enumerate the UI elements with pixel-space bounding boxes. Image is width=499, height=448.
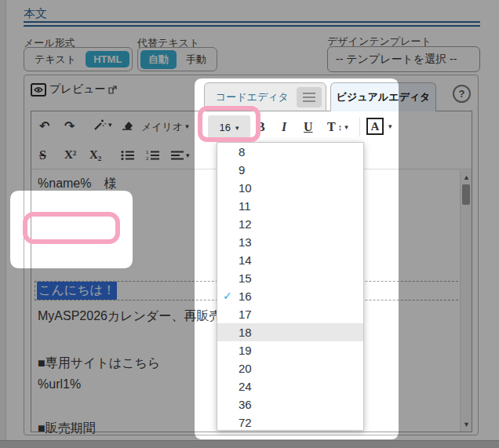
mail-format-text-option[interactable]: テキスト — [27, 50, 84, 69]
selected-text: こんにちは！ — [37, 282, 117, 300]
align-icon[interactable]: ▾ — [171, 150, 190, 161]
editor-scrollbar[interactable]: ▲ ▼ — [460, 170, 472, 432]
scroll-down-icon[interactable]: ▼ — [461, 421, 472, 428]
toolbar-separator — [359, 118, 360, 137]
editor-line-url: %url1% — [38, 377, 81, 392]
alt-text-toggle: 自動 手動 — [137, 47, 217, 71]
undo-icon[interactable]: ↶ — [39, 120, 49, 133]
editor-line-name: %name% 様 — [38, 176, 116, 192]
editor-line-period: ■販売期間 — [38, 421, 96, 437]
font-size-option[interactable]: ✓16 — [217, 287, 363, 305]
svg-text:2: 2 — [146, 156, 149, 161]
scroll-up-icon[interactable]: ▲ — [461, 173, 472, 181]
editor-line-site: ■専用サイトはこちら — [38, 355, 160, 372]
line-height-button[interactable]: T↕▾ — [327, 121, 348, 133]
section-divider — [24, 21, 480, 27]
horizontal-scrollbar[interactable] — [0, 440, 499, 448]
bullet-list-icon[interactable] — [121, 150, 134, 161]
page-left-margin — [0, 0, 6, 448]
subscript-button[interactable]: X₂ — [89, 149, 101, 161]
font-family-select[interactable]: メイリオ▾ — [141, 122, 189, 132]
font-color-button[interactable]: A▾ — [366, 118, 392, 135]
alt-text-auto-option[interactable]: 自動 — [140, 50, 177, 69]
font-size-option[interactable]: 12 — [217, 215, 363, 233]
font-size-option[interactable]: 19 — [217, 341, 363, 359]
mail-format-html-option[interactable]: HTML — [86, 51, 129, 67]
font-size-option[interactable]: 9 — [217, 161, 363, 179]
preview-eye-icon — [31, 83, 46, 97]
font-size-option[interactable]: 8 — [217, 143, 363, 161]
hamburger-menu-icon[interactable] — [297, 87, 322, 107]
redo-icon[interactable]: ↷ — [64, 120, 75, 133]
font-size-option[interactable]: 72 — [217, 413, 363, 432]
body-section-title: 本文 — [24, 6, 47, 21]
mail-format-toggle: テキスト HTML — [24, 47, 133, 71]
editor-line-myasp: MyASP2026カレンダー、再販売の — [38, 308, 228, 325]
underline-button[interactable]: U — [304, 121, 313, 133]
magic-wand-icon[interactable]: ▾ — [93, 118, 112, 132]
font-size-option[interactable]: 24 — [217, 377, 363, 395]
tab-visual-editor[interactable]: ビジュアルエディタ — [330, 82, 436, 111]
font-size-option[interactable]: 14 — [217, 251, 363, 269]
font-size-option[interactable]: 11 — [217, 197, 363, 215]
numbered-list-icon[interactable]: 12 — [146, 150, 159, 161]
font-size-option[interactable]: 13 — [217, 233, 363, 251]
preview-label: プレビュー — [49, 82, 105, 97]
tab-visual-editor-label: ビジュアルエディタ — [337, 90, 431, 104]
alt-text-manual-option[interactable]: 手動 — [178, 50, 214, 69]
check-icon: ✓ — [223, 287, 232, 305]
font-size-option[interactable]: 36 — [217, 395, 363, 413]
font-size-option[interactable]: 17 — [217, 305, 363, 323]
italic-button[interactable]: I — [282, 121, 286, 133]
help-icon[interactable]: ? — [453, 85, 471, 103]
font-size-select[interactable]: 16▾ — [208, 115, 250, 140]
external-link-icon — [108, 86, 117, 94]
design-template-select[interactable]: -- テンプレートを選択 -- — [327, 46, 480, 72]
bold-button[interactable]: B — [257, 121, 265, 133]
eraser-icon[interactable] — [121, 119, 133, 130]
font-size-dropdown: 89101112131415✓1617181920243672 — [217, 142, 364, 431]
superscript-button[interactable]: X² — [64, 149, 76, 161]
font-size-option[interactable]: 18 — [217, 323, 363, 341]
svg-text:1: 1 — [146, 150, 149, 155]
mail-editor-screen: 本文 メール形式 代替テキスト デザインテンプレート テキスト HTML 自動 … — [0, 0, 499, 448]
font-size-option[interactable]: 10 — [217, 179, 363, 197]
font-size-option[interactable]: 20 — [217, 359, 363, 377]
tab-code-editor[interactable]: コードエディタ — [204, 82, 326, 111]
preview-button[interactable]: プレビュー — [31, 82, 117, 97]
scrollbar-thumb[interactable] — [462, 184, 470, 205]
font-size-option[interactable]: 15 — [217, 269, 363, 287]
tab-code-editor-label: コードエディタ — [216, 90, 289, 104]
strikethrough-button[interactable]: S — [39, 149, 46, 162]
